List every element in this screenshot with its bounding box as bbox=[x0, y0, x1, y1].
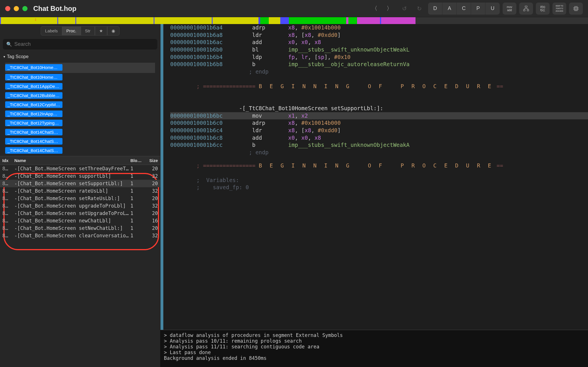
mode-c-button[interactable]: C bbox=[457, 3, 471, 15]
tag-item[interactable]: _TtC8Chat_Bot10HomeS… bbox=[5, 74, 62, 80]
tag-item[interactable]: _TtC8Chat_Bot14ChatSc… bbox=[5, 147, 62, 154]
procedure-table: Idx Name Blo… Size 8…-[Chat_Bot.HomeScre… bbox=[0, 156, 160, 367]
svg-rect-1 bbox=[524, 9, 525, 11]
col-idx-header[interactable]: Idx bbox=[2, 158, 14, 163]
asm-line[interactable]: 000000010001b6b8 b imp___stubs__objc_aut… bbox=[170, 61, 588, 68]
tag-item[interactable]: _TtC8Chat_Bot10HomeS… bbox=[5, 64, 62, 71]
table-row[interactable]: 8…-[Chat_Bot.HomeScreen setThreeDayFreeT… bbox=[0, 165, 160, 172]
hex-view-button[interactable]: 486F70 706572 204469 bbox=[552, 3, 566, 15]
mov-add-button[interactable]: mov add bbox=[503, 3, 516, 15]
table-row[interactable]: 8…-[Chat_Bot.HomeScreen newChatLbl]116 bbox=[0, 217, 160, 224]
tab-record[interactable]: ◉ bbox=[107, 26, 119, 35]
table-row[interactable]: 8…-[Chat_Bot.HomeScreen upgradeToProLbl]… bbox=[0, 202, 160, 210]
graph-icon bbox=[523, 5, 529, 12]
asm-line[interactable]: 000000010001b6cc b imp___stubs__swift_un… bbox=[170, 141, 588, 149]
undo-button[interactable]: ↺ bbox=[398, 3, 410, 15]
tab-labels[interactable]: Labels bbox=[41, 26, 62, 35]
main-content: 000000010001b6a4 adrp x8, #0x10014b00000… bbox=[160, 24, 588, 367]
console-output: > dataflow analysis of procedures in seg… bbox=[160, 330, 588, 367]
navigation-strip[interactable]: ↓ bbox=[0, 17, 588, 24]
chevron-down-icon: ▾ bbox=[3, 55, 5, 59]
close-window-button[interactable] bbox=[5, 6, 10, 11]
search-icon: 🔍 bbox=[6, 42, 12, 47]
table-row[interactable]: 8…-[Chat_Bot.HomeScreen supportLbl]132 bbox=[0, 172, 160, 180]
asm-line[interactable]: 000000010001b6c4 ldr x8, [x8, #0xdd0] bbox=[170, 127, 588, 134]
sidebar-tabs: Labels Proc. Str ★ ◉ bbox=[0, 24, 160, 37]
col-size-header[interactable]: Size bbox=[145, 158, 158, 163]
table-row[interactable]: 8…-[Chat_Bot.HomeScreen setUpgradeToProL… bbox=[0, 210, 160, 217]
table-row[interactable]: 8…-[Chat_Bot.HomeScreen setRateUsLbl:]12… bbox=[0, 195, 160, 202]
search-box[interactable]: 🔍 bbox=[3, 39, 157, 50]
left-sidebar: Labels Proc. Str ★ ◉ 🔍 ▾ Tag Scope _TtC8… bbox=[0, 24, 160, 367]
minimize-window-button[interactable] bbox=[14, 6, 19, 11]
asm-line[interactable]: 000000010001b6bc mov x1, x2 bbox=[170, 112, 588, 120]
cfg-view-button[interactable] bbox=[519, 3, 533, 15]
procedure-table-header: Idx Name Blo… Size bbox=[0, 156, 160, 165]
nav-cursor-icon: ↓ bbox=[34, 17, 37, 22]
window-controls bbox=[5, 6, 28, 11]
table-row[interactable]: 8…-[Chat_Bot.HomeScreen setSupportLbl:]1… bbox=[0, 180, 160, 187]
nav-back-button[interactable]: 〈 bbox=[369, 3, 381, 15]
tab-proc[interactable]: Proc. bbox=[62, 26, 81, 35]
pseudocode-button[interactable]: if(b) f(x); bbox=[536, 3, 550, 15]
redo-button[interactable]: ↻ bbox=[413, 3, 425, 15]
tag-item[interactable]: _TtC8Chat_Bot12Bubble… bbox=[5, 92, 62, 99]
procedure-label: -[_TtC8Chat_Bot10HomeScreen setSupportLb… bbox=[170, 105, 588, 112]
table-row[interactable]: 8…-[Chat_Bot.HomeScreen setNewChatLbl:]1… bbox=[0, 224, 160, 232]
svg-rect-0 bbox=[525, 6, 527, 7]
tab-str[interactable]: Str bbox=[81, 26, 95, 35]
asm-line[interactable]: 000000010001b6b4 ldp fp, lr, [sp], #0x10 bbox=[170, 54, 588, 61]
tag-item[interactable]: _TtC8Chat_Bot12InAppR… bbox=[5, 111, 62, 117]
asm-line[interactable]: 000000010001b6c8 add x0, x0, x8 bbox=[170, 134, 588, 142]
asm-line[interactable]: 000000010001b6c0 adrp x8, #0x10014b000 bbox=[170, 119, 588, 127]
mode-d-button[interactable]: D bbox=[428, 3, 442, 15]
tag-item[interactable]: _TtC8Chat_Bot12CryptM… bbox=[5, 101, 62, 108]
maximize-window-button[interactable] bbox=[22, 6, 28, 11]
mode-p-button[interactable]: P bbox=[471, 3, 485, 15]
asm-line[interactable]: 000000010001b6b0 bl imp___stubs__swift_u… bbox=[170, 46, 588, 54]
svg-rect-2 bbox=[527, 9, 529, 11]
tag-item[interactable]: _TtC8Chat_Bot14ChatSc… bbox=[5, 138, 62, 145]
nav-forward-button[interactable]: 〉 bbox=[383, 3, 395, 15]
col-blo-header[interactable]: Blo… bbox=[130, 158, 145, 163]
asm-line[interactable]: 000000010001b6a4 adrp x8, #0x10014b000 bbox=[170, 24, 588, 31]
table-row[interactable]: 8…-[Chat_Bot.HomeScreen rateUsLbl]132 bbox=[0, 187, 160, 195]
view-mode-segment: D A C P U bbox=[428, 3, 500, 15]
mode-u-button[interactable]: U bbox=[485, 3, 500, 15]
asm-line[interactable]: 000000010001b6a8 ldr x8, [x8, #0xdd0] bbox=[170, 31, 588, 39]
titlebar: Chat Bot.hop 〈 〉 ↺ ↻ D A C P U mov add i… bbox=[0, 0, 588, 17]
mode-a-button[interactable]: A bbox=[442, 3, 457, 15]
asm-line[interactable]: 000000010001b6ac add x0, x0, x8 bbox=[170, 39, 588, 46]
window-title: Chat Bot.hop bbox=[33, 5, 77, 13]
gutter bbox=[160, 24, 163, 330]
tag-item[interactable]: _TtC8Chat_Bot11AppDel… bbox=[5, 83, 62, 90]
tab-star[interactable]: ★ bbox=[95, 26, 107, 35]
tag-list: _TtC8Chat_Bot10HomeS…_TtC8Chat_Bot10Home… bbox=[0, 62, 160, 156]
col-name-header[interactable]: Name bbox=[14, 158, 130, 163]
cpu-icon bbox=[573, 5, 579, 12]
svg-rect-4 bbox=[575, 8, 577, 9]
table-row[interactable]: 8…-[Chat_Bot.HomeScreen clearConversatio… bbox=[0, 232, 160, 239]
tag-item[interactable]: _TtC8Chat_Bot12Typing… bbox=[5, 120, 62, 126]
disassembly-view[interactable]: 000000010001b6a4 adrp x8, #0x10014b00000… bbox=[160, 24, 588, 330]
tag-scope-header[interactable]: ▾ Tag Scope bbox=[0, 52, 160, 62]
cpu-button[interactable] bbox=[569, 3, 583, 15]
search-input[interactable] bbox=[14, 41, 154, 47]
svg-rect-3 bbox=[575, 7, 578, 10]
tag-item[interactable]: _TtC8Chat_Bot14ChatSc… bbox=[5, 129, 62, 135]
